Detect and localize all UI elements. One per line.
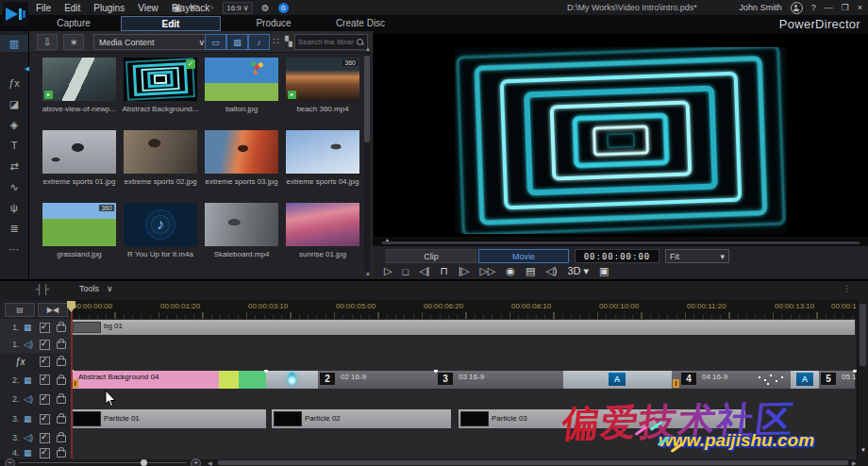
- preview-seek-bar[interactable]: ▲: [373, 238, 868, 245]
- scroll-right-icon[interactable]: ▶: [852, 459, 857, 466]
- library-item[interactable]: ♪ R You Up for It.m4a: [122, 201, 199, 263]
- scroll-down-icon[interactable]: ▼: [365, 272, 371, 277]
- filter-video-button[interactable]: ▭: [205, 34, 226, 50]
- library-item[interactable]: ballon.jpg: [203, 56, 280, 118]
- sidebar-item-effect-room[interactable]: ƒx: [0, 75, 28, 92]
- horizontal-scrollbar-thumb[interactable]: [218, 460, 848, 465]
- tools-dropdown[interactable]: Tools ∨: [79, 284, 113, 293]
- library-item[interactable]: 360 grassland.jpg: [41, 201, 118, 263]
- track-lock-icon[interactable]: [57, 450, 66, 458]
- library-scrollbar[interactable]: [364, 54, 370, 271]
- timeline-clip-abstract-background[interactable]: Abstract Background 04 i: [71, 371, 266, 389]
- sidebar-item-particle-room[interactable]: ◈: [0, 116, 28, 133]
- sidebar-item-title-room[interactable]: T: [0, 137, 28, 154]
- track-lock-icon[interactable]: [57, 396, 66, 404]
- track-enable-checkbox[interactable]: [40, 448, 50, 458]
- timecode-display[interactable]: 00:00:00:00: [575, 249, 659, 263]
- split-button[interactable]: ┤├: [36, 284, 49, 294]
- track-lock-icon[interactable]: [57, 325, 66, 332]
- timeline-vertical-scrollbar[interactable]: [857, 300, 868, 458]
- timeline-clip[interactable]: bg 01: [71, 320, 855, 335]
- sidebar-item-voice-over-room[interactable]: ψ: [0, 199, 28, 216]
- track-lock-icon[interactable]: [57, 341, 66, 349]
- tab-produce[interactable]: Produce: [232, 16, 315, 29]
- track-lock-icon[interactable]: [57, 435, 66, 442]
- filter-music-button[interactable]: ♪: [248, 34, 270, 50]
- track-enable-checkbox[interactable]: [40, 357, 50, 367]
- track-lock-icon[interactable]: [57, 377, 66, 385]
- track-content[interactable]: bg 01: [71, 319, 857, 336]
- track-content[interactable]: [71, 336, 857, 353]
- timeline-clip-countdown-4[interactable]: i 4 04 16-9: [672, 371, 791, 389]
- library-item[interactable]: extreme sports 01.jpg: [41, 128, 118, 191]
- notification-badge[interactable]: 0: [278, 3, 289, 13]
- fit-timeline-button[interactable]: ▶◀: [38, 303, 68, 317]
- zoom-slider-knob[interactable]: [141, 459, 147, 466]
- search-icon[interactable]: [357, 39, 363, 45]
- tab-capture[interactable]: Capture: [32, 16, 115, 29]
- layout-icon[interactable]: ▣: [173, 3, 181, 13]
- scroll-up-icon[interactable]: ▲: [365, 46, 371, 52]
- sidebar-item-transition-room[interactable]: ⇄: [0, 158, 28, 175]
- timeline-clip-countdown-2[interactable]: 2 02 16-9: [318, 371, 436, 389]
- library-item[interactable]: sunrise 01.jpg: [284, 201, 361, 263]
- search-input[interactable]: [295, 38, 357, 46]
- preview-screen[interactable]: [374, 34, 868, 237]
- snapshot-button[interactable]: ◉: [506, 265, 515, 277]
- zoom-out-button[interactable]: −: [5, 458, 15, 466]
- next-frame-button[interactable]: |▷: [459, 265, 469, 277]
- seek-track[interactable]: [382, 241, 860, 244]
- scroll-down-icon[interactable]: ▼: [860, 447, 866, 453]
- menu-edit[interactable]: Edit: [64, 3, 80, 13]
- stop-button[interactable]: □: [402, 266, 409, 277]
- plugins-button[interactable]: ∗: [63, 34, 84, 50]
- menu-view[interactable]: View: [138, 3, 159, 13]
- library-item[interactable]: ✓ Abstract Background...: [122, 56, 199, 118]
- clip-mode-button[interactable]: Clip: [386, 249, 476, 263]
- seek-marker-button[interactable]: ⊓: [440, 265, 448, 277]
- help-icon[interactable]: ?: [811, 3, 816, 12]
- track-manager-button[interactable]: ▤: [5, 303, 35, 317]
- gear-icon[interactable]: ⚙: [261, 3, 270, 13]
- undock-button[interactable]: ▣: [599, 265, 609, 277]
- track-enable-checkbox[interactable]: [40, 394, 50, 405]
- restore-icon[interactable]: ❐: [842, 3, 849, 12]
- user-avatar-icon[interactable]: [791, 2, 803, 14]
- zoom-fit-dropdown[interactable]: Fit ▾: [665, 249, 729, 263]
- scrollbar-thumb[interactable]: [364, 56, 370, 142]
- timeline-ruler[interactable]: 00:00:00:00 00:00:01:20 00:00:03:10 00:0…: [71, 300, 866, 319]
- track-lock-icon[interactable]: [57, 416, 66, 424]
- minimize-icon[interactable]: —: [825, 3, 833, 12]
- timeline-clip-title-a[interactable]: A: [791, 371, 819, 389]
- timeline-clip-countdown-5[interactable]: 5 05 1: [819, 371, 855, 389]
- tab-create-disc[interactable]: Create Disc: [315, 16, 406, 29]
- grid-view-icon[interactable]: ∷: [273, 36, 278, 46]
- sidebar-item-subtitle-room[interactable]: ⋯: [0, 241, 28, 258]
- timeline-clip-transition[interactable]: [266, 371, 318, 389]
- sidebar-item-pip-objects-room[interactable]: ◪: [0, 95, 28, 112]
- fast-forward-button[interactable]: ▷▷: [479, 265, 495, 277]
- track-content[interactable]: [71, 353, 857, 370]
- library-item[interactable]: 360 ▸ beach 360.mp4: [284, 56, 361, 118]
- import-media-button[interactable]: ⇩: [37, 34, 58, 50]
- user-name[interactable]: John Smith: [740, 3, 782, 12]
- movie-mode-button[interactable]: Movie: [478, 249, 569, 263]
- scrollbar-thumb[interactable]: [860, 304, 866, 366]
- timeline-clip-countdown-3[interactable]: 3 03 16-9: [436, 371, 563, 389]
- library-item[interactable]: extreme sports 04.jpg: [284, 128, 361, 191]
- library-item[interactable]: extreme sports 02.jpg: [122, 128, 199, 191]
- sidebar-item-audio-mixing-room[interactable]: ∿: [0, 178, 28, 195]
- timeline-clip-title-a[interactable]: A: [563, 371, 672, 389]
- library-item[interactable]: ▸ above-view-of-newp...: [41, 56, 118, 118]
- sidebar-item-chapter-room[interactable]: ≣: [0, 220, 28, 237]
- zoom-in-button[interactable]: +: [191, 458, 201, 466]
- track-enable-checkbox[interactable]: [40, 433, 50, 443]
- timeline-clip-particle-1[interactable]: Particle 01: [71, 409, 266, 428]
- aspect-ratio-dropdown[interactable]: 16:9 ∨: [223, 2, 252, 14]
- previous-frame-button[interactable]: ◁|: [419, 265, 429, 277]
- media-content-dropdown[interactable]: Media Content ∨: [93, 34, 210, 50]
- detail-view-icon[interactable]: ▚: [285, 36, 292, 46]
- menu-file[interactable]: File: [36, 3, 51, 13]
- menu-plugins[interactable]: Plugins: [93, 3, 125, 13]
- volume-button[interactable]: ◁): [545, 265, 557, 277]
